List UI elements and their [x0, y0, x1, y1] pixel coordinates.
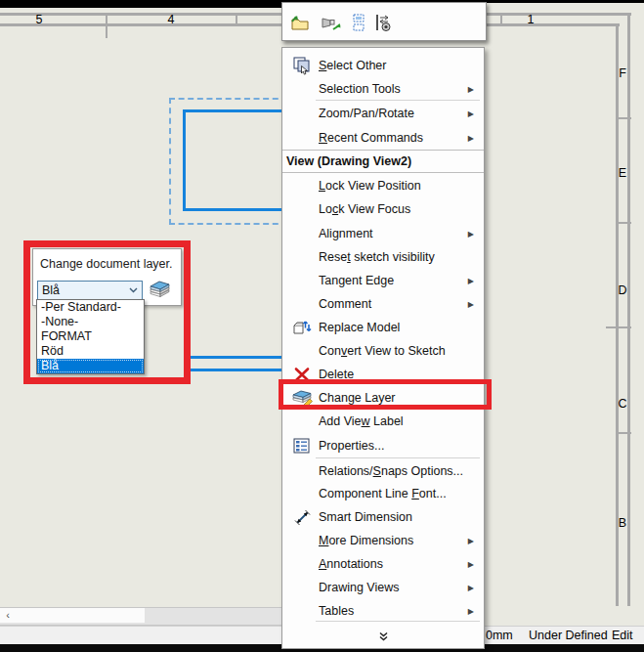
submenu-arrow-icon: ▶ [468, 230, 474, 239]
menu-separator [316, 100, 480, 101]
submenu-arrow-icon: ▶ [468, 85, 474, 94]
menu-item-label: Lock View Focus [319, 202, 410, 216]
status-coordinate: 0mm [486, 629, 513, 642]
menu-item-comment[interactable]: Comment ▶ [283, 292, 483, 316]
zone-letter: D [617, 283, 628, 297]
menu-item-add-view-label[interactable]: Add View Label [283, 410, 483, 433]
zone-letter: B [617, 516, 628, 530]
horizontal-scrollbar[interactable]: ‹ [0, 607, 285, 626]
zone-divider-tick [606, 326, 631, 328]
drawing-blue-line[interactable] [191, 369, 286, 371]
menu-item-properties[interactable]: Properties... [283, 434, 483, 457]
replace-model-icon [290, 317, 314, 338]
menu-item-selection-tools[interactable]: Selection Tools ▶ [283, 77, 483, 101]
context-toolbar [281, 2, 487, 41]
layer-combobox[interactable]: Blå [37, 281, 143, 300]
menu-expand-button[interactable] [282, 627, 484, 646]
menu-item-label: Reset sketch visibility [319, 250, 435, 264]
scroll-left-arrow-icon[interactable]: ‹ [0, 608, 17, 623]
solidworks-drawing-screen: 5 4 1 F E D C B Change document layer. B… [0, 0, 644, 652]
layer-option[interactable]: FORMAT [37, 329, 144, 344]
submenu-arrow-icon: ▶ [468, 607, 474, 616]
layers-icon[interactable] [148, 280, 171, 302]
layer-combobox-value: Blå [38, 283, 60, 297]
menu-item-label: Annotations [319, 557, 383, 571]
component-preview-icon[interactable] [347, 12, 370, 33]
smart-dimension-icon [290, 506, 314, 528]
status-edit-label[interactable]: Edit [612, 629, 633, 642]
menu-item-relations-snaps-options[interactable]: Relations/Snaps Options... [283, 459, 483, 483]
zone-divider-tick [616, 432, 631, 434]
layer-option-selected[interactable]: Blå [37, 359, 144, 373]
show-hide-icon[interactable] [372, 12, 396, 33]
zone-number: 5 [29, 14, 49, 26]
zone-number: 1 [521, 14, 540, 26]
menu-item-select-other[interactable]: Select Other [283, 54, 483, 77]
status-definition-state: Under Defined [529, 629, 608, 642]
menu-item-label: Properties... [319, 439, 384, 453]
zone-divider-tick [500, 15, 502, 25]
layer-option[interactable]: Röd [37, 344, 144, 359]
menu-item-drawing-views[interactable]: Drawing Views ▶ [283, 576, 483, 599]
menu-item-label: Delete [319, 368, 354, 381]
menu-item-label: Recent Commands [319, 131, 423, 145]
zone-divider-tick [106, 13, 107, 38]
menu-item-label: Comment [319, 297, 371, 311]
menu-item-label: Convert View to Sketch [319, 344, 446, 358]
change-layer-panel: Change document layer. Blå [32, 248, 182, 306]
menu-item-more-dimensions[interactable]: More Dimensions ▶ [283, 529, 483, 552]
menu-item-lock-view-position[interactable]: Lock View Position [283, 174, 483, 197]
menu-item-label: More Dimensions [319, 534, 413, 547]
open-model-icon[interactable] [288, 12, 312, 33]
menu-separator [316, 621, 480, 622]
menu-item-reset-sketch-visibility[interactable]: Reset sketch visibility [283, 245, 483, 269]
menu-item-label: Change Layer [319, 391, 396, 405]
menu-item-component-line-font[interactable]: Component Line Font... [283, 482, 483, 505]
magnifier-flashlight-icon[interactable] [320, 12, 343, 33]
scrollbar-thumb[interactable] [16, 608, 145, 623]
menu-item-annotations[interactable]: Annotations ▶ [283, 552, 483, 576]
submenu-arrow-icon: ▶ [468, 109, 474, 118]
properties-icon [290, 435, 314, 456]
menu-item-label: Drawing Views [319, 581, 399, 594]
menu-item-label: Select Other [319, 59, 386, 72]
zone-letter: F [617, 66, 628, 80]
menu-item-label: Smart Dimension [319, 510, 412, 524]
layer-option[interactable]: -None- [37, 315, 144, 329]
menu-item-label: Relations/Snaps Options... [319, 464, 463, 478]
menu-item-zoom-pan-rotate[interactable]: Zoom/Pan/Rotate ▶ [283, 102, 483, 125]
layer-dropdown-list: -Per Standard- -None- FORMAT Röd Blå [36, 299, 145, 374]
menu-item-label: Add View Label [319, 414, 404, 428]
drawing-blue-line[interactable] [191, 356, 286, 359]
select-other-icon [290, 55, 314, 76]
menu-item-label: Tangent Edge [319, 274, 394, 287]
submenu-arrow-icon: ▶ [468, 300, 474, 309]
menu-item-smart-dimension[interactable]: Smart Dimension [283, 505, 483, 529]
zone-letter: E [617, 166, 628, 180]
menu-item-label: Alignment [319, 227, 373, 240]
change-layer-panel-title: Change document layer. [40, 257, 173, 271]
layer-option[interactable]: -Per Standard- [37, 300, 144, 315]
menu-item-label: Tables [319, 604, 354, 618]
zone-letter: C [617, 397, 628, 411]
menu-item-tangent-edge[interactable]: Tangent Edge ▶ [283, 269, 483, 292]
submenu-arrow-icon: ▶ [468, 584, 474, 592]
menu-item-label: Lock View Position [319, 179, 421, 193]
menu-item-change-layer[interactable]: Change Layer [283, 386, 483, 410]
menu-item-label: Selection Tools [319, 82, 401, 96]
menu-item-lock-view-focus[interactable]: Lock View Focus [283, 197, 483, 221]
menu-item-recent-commands[interactable]: Recent Commands ▶ [283, 126, 483, 150]
change-layer-icon [290, 387, 314, 409]
menu-item-convert-view-to-sketch[interactable]: Convert View to Sketch [283, 339, 483, 363]
chevron-down-icon[interactable] [128, 284, 139, 298]
menu-item-label: Component Line Font... [319, 487, 447, 500]
menu-item-tables[interactable]: Tables ▶ [283, 599, 483, 623]
double-chevron-down-icon [378, 628, 389, 645]
menu-item-replace-model[interactable]: Replace Model [283, 316, 483, 339]
menu-item-alignment[interactable]: Alignment ▶ [283, 222, 483, 245]
menu-item-label: Replace Model [319, 321, 400, 334]
zone-divider-tick [616, 117, 631, 119]
submenu-arrow-icon: ▶ [468, 537, 474, 545]
menu-item-delete[interactable]: Delete [283, 363, 483, 386]
window-top-edge [0, 0, 285, 8]
